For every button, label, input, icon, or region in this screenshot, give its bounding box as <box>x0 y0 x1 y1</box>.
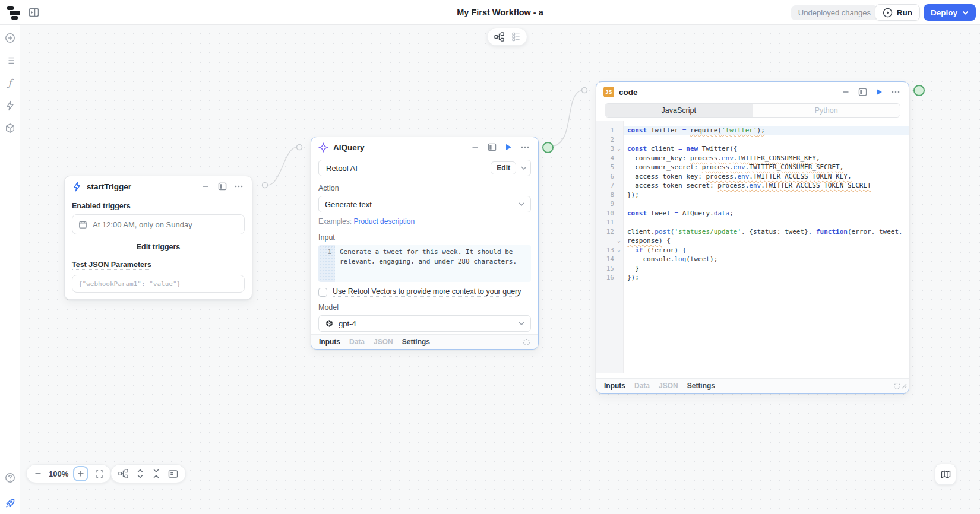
fold-arrow-icon[interactable]: ⌄ <box>614 236 624 246</box>
footer-tab-settings[interactable]: Settings <box>687 382 715 390</box>
resources-cube-icon[interactable] <box>5 123 15 134</box>
zoom-level[interactable]: 100% <box>49 469 68 478</box>
panel-layout-icon[interactable] <box>168 469 178 478</box>
code-line[interactable]: 6 access_token_key: process.env.TWITTER_… <box>596 172 909 182</box>
footer-tab-inputs[interactable]: Inputs <box>319 338 340 346</box>
trigger-lightning-icon <box>72 182 82 192</box>
code-line[interactable]: 4 consumer_key: process.env.TWITTER_CONS… <box>596 154 909 163</box>
resize-handle[interactable] <box>902 380 907 391</box>
fold-arrow-icon[interactable]: ⌄ <box>614 246 624 255</box>
code-line[interactable]: 7 access_token_secret: process.env.TWITT… <box>596 181 909 191</box>
canvas-mode-toolbar <box>487 28 527 46</box>
model-select[interactable]: gpt-4 <box>318 315 531 332</box>
code-line[interactable]: 16}); <box>596 273 909 283</box>
run-button[interactable]: Run <box>875 4 920 21</box>
run-block-icon[interactable] <box>502 141 514 153</box>
zoom-in-icon[interactable] <box>73 466 88 481</box>
test-json-input[interactable]: {"webhookParam1": "value"} <box>72 275 245 293</box>
code-line[interactable]: 5 consumer_secret: process.env.TWITTER_C… <box>596 163 909 172</box>
code-line[interactable]: ⌄response) { <box>596 236 909 246</box>
open-side-panel-icon[interactable] <box>216 180 228 192</box>
ai-sparkle-icon <box>318 142 328 153</box>
left-rail: ƒ <box>0 25 20 514</box>
refresh-icon[interactable] <box>893 382 901 390</box>
tab-python[interactable]: Python <box>753 104 900 117</box>
code-line[interactable]: 13⌄ if (!error) { <box>596 246 909 255</box>
javascript-badge-icon: JS <box>603 87 614 97</box>
more-options-icon[interactable] <box>519 141 531 153</box>
test-json-placeholder: {"webhookParam1": "value"} <box>78 280 181 288</box>
footer-tab-json[interactable]: JSON <box>659 382 678 390</box>
code-line[interactable]: 3⌄const client = new Twitter({ <box>596 144 909 154</box>
edit-resource-button[interactable]: Edit <box>491 161 516 174</box>
expand-all-icon[interactable] <box>136 469 144 478</box>
examples-link[interactable]: Product description <box>353 217 415 226</box>
open-side-panel-icon[interactable] <box>486 141 498 153</box>
zoom-out-icon[interactable] <box>32 468 44 480</box>
more-options-icon[interactable] <box>233 180 245 192</box>
test-json-parameters-label: Test JSON Parameters <box>72 261 151 270</box>
code-output-port[interactable] <box>913 85 925 96</box>
code-line[interactable]: 12client.post('statuses/update', {status… <box>596 227 909 237</box>
chevron-down-icon <box>962 11 969 15</box>
use-vectors-checkbox[interactable] <box>318 288 327 297</box>
trigger-schedule[interactable]: At 12:00 AM, only on Sunday <box>72 214 245 234</box>
code-line[interactable]: 14 console.log(tweet); <box>596 255 909 264</box>
triggers-icon[interactable] <box>5 100 15 111</box>
edit-triggers-button[interactable]: Edit triggers <box>65 243 252 251</box>
code-editor[interactable]: 1const Twitter = require('twitter');23⌄c… <box>596 121 909 373</box>
status-badge: Undeployed changes <box>791 5 878 20</box>
code-line[interactable]: 1const Twitter = require('twitter'); <box>596 126 909 135</box>
node-ai-query[interactable]: AIQuery Retool AI Edit Action Generate t… <box>311 137 539 350</box>
add-block-icon[interactable] <box>5 33 15 43</box>
outline-view-icon[interactable] <box>511 32 521 42</box>
refresh-icon[interactable] <box>523 338 530 346</box>
code-line[interactable]: 9 <box>596 199 909 209</box>
footer-tab-settings[interactable]: Settings <box>402 338 430 346</box>
collapse-node-icon[interactable] <box>840 86 852 98</box>
fold-arrow-icon[interactable]: ⌄ <box>614 144 624 154</box>
code-line[interactable]: 11 <box>596 218 909 227</box>
functions-icon[interactable]: ƒ <box>8 78 12 88</box>
open-side-panel-icon[interactable] <box>856 86 868 98</box>
deploy-button[interactable]: Deploy <box>924 4 976 21</box>
footer-tab-data[interactable]: Data <box>634 382 650 390</box>
toggle-left-panel-icon[interactable] <box>28 7 40 21</box>
more-options-icon[interactable] <box>890 86 902 98</box>
collapse-node-icon[interactable] <box>200 180 211 192</box>
footer-tab-data[interactable]: Data <box>349 338 365 346</box>
footer-tab-inputs[interactable]: Inputs <box>604 382 625 390</box>
workflow-title[interactable]: My First Workflow - a <box>457 8 543 17</box>
graph-view-icon[interactable] <box>494 32 504 42</box>
prompt-editor-gutter: 1 <box>318 245 335 282</box>
collapse-all-icon[interactable] <box>152 469 160 478</box>
fit-to-screen-icon[interactable] <box>93 468 105 480</box>
input-label: Input <box>318 233 335 242</box>
openai-icon <box>325 319 334 328</box>
aiquery-output-port[interactable] <box>542 142 554 153</box>
resource-select[interactable]: Retool AI Edit <box>318 160 531 176</box>
footer-tab-json[interactable]: JSON <box>374 338 393 346</box>
action-select[interactable]: Generate text <box>318 196 531 212</box>
code-line[interactable]: 8}); <box>596 191 909 200</box>
collapse-node-icon[interactable] <box>469 141 481 153</box>
auto-layout-icon[interactable] <box>118 469 128 478</box>
node-start-trigger[interactable]: startTrigger Enabled triggers At 12:00 A… <box>64 176 252 300</box>
blocks-list-icon[interactable] <box>5 55 15 66</box>
node-code[interactable]: JS code JavaScriptPython 1const Twitter … <box>596 81 909 394</box>
code-line[interactable]: 15 } <box>596 264 909 274</box>
retool-workflow-editor: My First Workflow - a Undeployed changes… <box>0 0 980 514</box>
help-icon[interactable] <box>5 472 15 483</box>
minimap-toggle-button[interactable] <box>935 464 956 485</box>
tab-javascript[interactable]: JavaScript <box>605 104 753 117</box>
rocket-icon[interactable] <box>4 497 16 508</box>
layout-toolbar <box>110 464 186 483</box>
run-block-icon[interactable] <box>873 86 885 98</box>
prompt-editor-text[interactable]: Generate a tweet for this week. It shoul… <box>335 245 531 282</box>
model-label: Model <box>318 303 339 312</box>
code-line[interactable]: 10const tweet = AIQuery.data; <box>596 209 909 218</box>
retool-logo-icon[interactable] <box>7 5 23 20</box>
code-line[interactable]: 2 <box>596 135 909 145</box>
prompt-editor[interactable]: 1 Generate a tweet for this week. It sho… <box>318 245 531 282</box>
code-editor-lines[interactable]: 1const Twitter = require('twitter');23⌄c… <box>596 121 909 283</box>
